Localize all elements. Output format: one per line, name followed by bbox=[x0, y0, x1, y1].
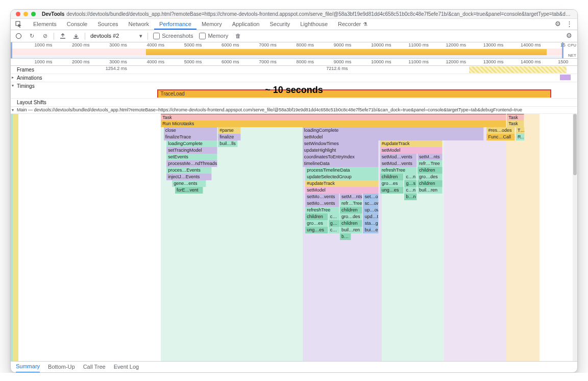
timeline-ruler[interactable]: 1000 ms 2000 ms 3000 ms 4000 ms 5000 ms … bbox=[11, 59, 577, 66]
tab-sources[interactable]: Sources bbox=[92, 19, 123, 29]
more-icon[interactable]: ⋮ bbox=[565, 20, 573, 29]
tab-security[interactable]: Security bbox=[264, 19, 295, 29]
load-profile-icon[interactable] bbox=[59, 33, 66, 40]
zoom-window-icon[interactable] bbox=[31, 12, 36, 16]
flame-task[interactable]: Task bbox=[161, 114, 506, 121]
overview[interactable]: 1000 ms 2000 ms 3000 ms 4000 ms 5000 ms … bbox=[11, 42, 577, 59]
flamechart[interactable]: Task Task Run Microtasks Task close #par… bbox=[11, 114, 577, 361]
devtools-window: DevToolsdevtools://devtools/bundled/devt… bbox=[10, 9, 578, 373]
frames-track[interactable]: Frames 1254.2 ms 7212.6 ms bbox=[11, 66, 577, 74]
details-tabs: Summary Bottom-Up Call Tree Event Log bbox=[11, 361, 577, 372]
btab-event-log[interactable]: Event Log bbox=[114, 362, 139, 372]
tab-console[interactable]: Console bbox=[62, 19, 92, 29]
tab-performance[interactable]: Performance bbox=[154, 19, 197, 30]
history-dropdown[interactable]: devtools #2▾ bbox=[90, 32, 142, 39]
tracks-area: Frames 1254.2 ms 7212.6 ms ▸ Animations … bbox=[11, 66, 577, 361]
overview-cpu bbox=[11, 49, 563, 56]
scrollbar-thumb[interactable] bbox=[573, 114, 577, 175]
overview-net bbox=[11, 56, 563, 58]
net-label: NET bbox=[568, 53, 576, 58]
tab-application[interactable]: Application bbox=[227, 19, 265, 29]
tab-memory[interactable]: Memory bbox=[197, 19, 227, 29]
overview-left-handle[interactable] bbox=[11, 42, 12, 58]
animations-track[interactable]: ▸ Animations bbox=[11, 74, 577, 82]
gc-icon[interactable]: 🗑 bbox=[234, 33, 241, 40]
traffic-lights[interactable] bbox=[16, 12, 36, 16]
flame-run-microtasks[interactable]: Run Microtasks bbox=[161, 121, 506, 127]
memory-checkbox[interactable]: Memory bbox=[199, 32, 228, 39]
frame-hatch bbox=[469, 66, 567, 73]
flame-task[interactable]: Task bbox=[507, 114, 524, 121]
tab-elements[interactable]: Elements bbox=[28, 19, 62, 29]
btab-call-tree[interactable]: Call Tree bbox=[83, 362, 106, 372]
flask-icon: ⚗ bbox=[363, 21, 368, 28]
close-window-icon[interactable] bbox=[16, 12, 20, 16]
tab-lighthouse[interactable]: Lighthouse bbox=[295, 19, 333, 29]
layout-shifts-track[interactable]: Layout Shifts bbox=[11, 99, 577, 107]
timings-track[interactable]: ▾ Timings TraceLoad bbox=[11, 82, 577, 99]
settings-icon[interactable]: ⚙ bbox=[554, 20, 562, 29]
record-icon[interactable] bbox=[15, 33, 22, 40]
tab-network[interactable]: Network bbox=[124, 19, 154, 29]
flame-scrollbar[interactable] bbox=[573, 114, 577, 361]
timing-traceload[interactable]: TraceLoad bbox=[157, 89, 551, 98]
screenshots-checkbox[interactable]: Screenshots bbox=[153, 32, 193, 39]
overview-ruler: 1000 ms 2000 ms 3000 ms 4000 ms 5000 ms … bbox=[11, 42, 577, 49]
save-profile-icon[interactable] bbox=[72, 33, 80, 40]
panel-tabs: Elements Console Sources Network Perform… bbox=[11, 19, 577, 30]
titlebar: DevToolsdevtools://devtools/bundled/devt… bbox=[11, 10, 577, 19]
tab-recorder[interactable]: Recorder⚗ bbox=[333, 19, 373, 29]
reload-record-icon[interactable]: ↻ bbox=[28, 33, 35, 40]
btab-bottom-up[interactable]: Bottom-Up bbox=[48, 362, 75, 372]
capture-settings-icon[interactable]: ⚙ bbox=[565, 32, 573, 40]
window-title: DevToolsdevtools://devtools/bundled/devt… bbox=[42, 11, 572, 17]
main-track-header[interactable]: ▾ Main — devtools://devtools/bundled/dev… bbox=[11, 107, 577, 114]
clear-icon[interactable]: ⊘ bbox=[41, 33, 48, 40]
cpu-label: CPU bbox=[568, 43, 576, 48]
perf-toolbar: ↻ ⊘ devtools #2▾ Screenshots Memory 🗑 ⚙ bbox=[11, 30, 577, 42]
overview-right-handle[interactable] bbox=[562, 42, 564, 58]
minimize-window-icon[interactable] bbox=[23, 12, 28, 16]
btab-summary[interactable]: Summary bbox=[16, 361, 40, 372]
inspect-element-icon[interactable] bbox=[15, 20, 23, 29]
